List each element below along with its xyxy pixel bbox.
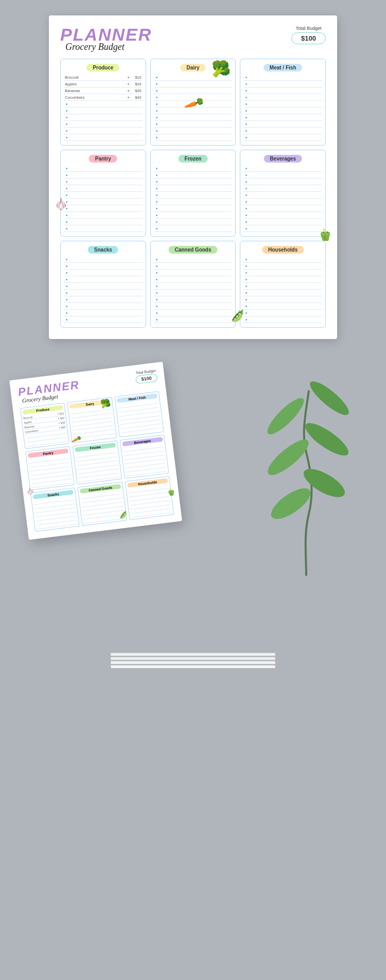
dot [66,110,67,112]
planner-card-angled: PLANNER Grocery Budget Total Budget $100… [9,362,182,540]
dot [128,77,129,78]
svg-point-5 [306,377,353,419]
planner-card-main: PLANNER Grocery Budget Total Budget $100… [49,15,337,339]
line-row: Bananas $30 [64,87,143,94]
angled-households: Households [125,476,174,520]
line-row [64,212,143,219]
line-row [243,81,322,87]
budget-label: Total Budget [291,26,326,31]
line-row [64,199,143,205]
line-row [64,114,143,121]
dot [66,123,67,125]
line-row [64,108,143,114]
angled-meat: Meat / Fish [114,391,164,437]
dot [66,137,67,138]
angled-pepper-icon: 🫑 [167,488,176,496]
dot [156,312,157,314]
garlic-icon: 🧄 [54,198,68,333]
dot [156,117,157,118]
line-row [64,316,143,323]
dot [156,130,157,132]
svg-point-4 [263,394,308,439]
stacked-pages [111,653,275,668]
dot [156,123,157,125]
dot [245,83,247,85]
angled-canned: Canned Goods [78,482,127,526]
line-row [243,87,322,94]
planner-subtitle: Grocery Budget [65,42,152,51]
line-row [64,179,143,185]
dot [66,194,67,196]
dot [156,97,157,98]
produce-label: Produce [86,64,119,72]
plant-decoration [255,360,358,578]
dot [156,83,157,85]
line-row [243,108,322,114]
line-row [64,121,143,128]
category-pantry: Pantry [60,150,146,237]
line-row: Cucumbers $40 [64,94,143,101]
dot [128,90,129,92]
line-row [243,94,322,101]
svg-point-3 [301,418,353,461]
line-row [64,225,143,232]
planner-title: PLANNER [60,26,152,43]
line-row [243,101,322,108]
line-row [64,303,143,310]
dot [66,117,67,118]
angled-carrot-icon: 🥕 [71,434,82,446]
produce-lines: Broccoli $10 Apples $20 Bananas $30 [64,74,143,141]
dot [66,168,67,169]
dot [66,174,67,176]
line-row [64,165,143,172]
angled-broccoli-icon: 🥦 [100,398,111,409]
dot [128,83,129,85]
angled-beverages: Beverages [119,435,169,479]
angled-snacks: Snacks [30,488,80,532]
dot [66,103,67,105]
dot [156,103,157,105]
dot [156,319,157,320]
dot [66,188,67,189]
angled-peas-icon: 🫛 [119,510,128,519]
pantry-label: Pantry [89,155,117,163]
dot [66,130,67,132]
budget-value: $100 [291,32,326,44]
dot [245,103,247,105]
line-row [64,128,143,134]
line-row [64,134,143,141]
broccoli-icon: 🥦 [212,60,231,78]
category-produce: Produce Broccoli $10 Apples $20 Bananas [60,59,146,146]
title-block: PLANNER Grocery Budget [60,26,152,51]
dairy-label: Dairy [180,64,205,72]
planner-header: PLANNER Grocery Budget Total Budget $100 [60,26,326,51]
peas-icon: 🫛 [231,309,244,323]
angled-frozen: Frozen [73,440,122,485]
meat-label: Meat / Fish [264,64,303,72]
line-row [154,87,233,94]
dot [245,90,247,92]
dot [156,174,157,176]
snacks-label: Snacks [88,246,118,254]
lower-section: PLANNER Grocery Budget Total Budget $100… [13,360,373,668]
pepper-icon: 🫑 [318,228,332,307]
line-row [64,219,143,225]
line-row [64,172,143,179]
dot [156,90,157,92]
dot [156,168,157,169]
dot [128,97,129,98]
angled-garlic-icon: 🧄 [26,487,35,495]
dot [66,181,67,183]
angled-budget-value: $100 [135,373,158,384]
dot [245,110,247,112]
line-row [64,185,143,192]
line-row [64,205,143,212]
pantry-lines [64,165,143,232]
dot [156,110,157,112]
angled-pantry: Pantry [25,446,75,490]
budget-box: Total Budget $100 [291,26,326,44]
dot [156,137,157,138]
line-row [64,192,143,199]
angled-produce: Produce Broccoli$10 Apples$20 Bananas$30… [20,403,69,449]
line-row [64,310,143,316]
